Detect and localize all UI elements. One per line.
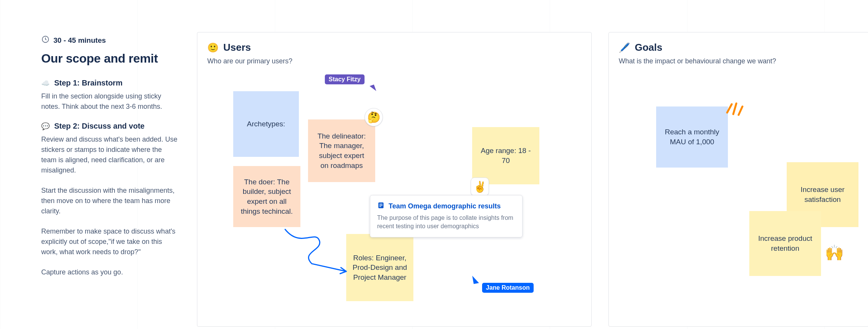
- step-2-body-d: Capture actions as you go.: [41, 267, 179, 277]
- victory-hand-stamp[interactable]: ✌️: [471, 177, 489, 196]
- sticky-delineator[interactable]: The delineator: The manager, subject exp…: [308, 119, 375, 182]
- spark-annotation: [723, 97, 746, 120]
- goals-title: Goals: [635, 42, 662, 53]
- goals-header: 🖊️ Goals What is the impact or behaviour…: [619, 42, 776, 65]
- step-2-heading: 💬 Step 2: Discuss and vote: [41, 122, 179, 131]
- svg-rect-3: [379, 205, 382, 206]
- page-title: Our scope and remit: [41, 52, 179, 66]
- smiley-icon: 🙂: [207, 43, 219, 52]
- clock-icon: [41, 35, 50, 45]
- step-1-heading: ☁️ Step 1: Brainstorm: [41, 79, 179, 87]
- step-1-body: Fill in the section alongside using stic…: [41, 91, 179, 112]
- cursor-label-stacy: Stacy Fitzy: [325, 74, 365, 84]
- sticky-roles[interactable]: Roles: Engineer, Prod-Design and Project…: [346, 234, 413, 301]
- speech-icon: 💬: [41, 122, 50, 131]
- sticky-age[interactable]: Age range: 18 - 70: [472, 127, 539, 184]
- thinking-face-stamp[interactable]: 🤔: [365, 108, 383, 126]
- users-frame[interactable]: 🙂 Users Who are our primary users? Stacy…: [197, 32, 592, 327]
- duration-text: 30 - 45 minutes: [53, 36, 106, 45]
- goals-frame[interactable]: 🖊️ Goals What is the impact or behaviour…: [608, 32, 868, 327]
- page-icon: [377, 202, 385, 211]
- step-2-body-c: Remember to make space to discuss what's…: [41, 226, 179, 257]
- cursor-pointer-icon: [472, 275, 479, 284]
- svg-rect-4: [379, 206, 381, 207]
- instructions-panel: 30 - 45 minutes Our scope and remit ☁️ S…: [41, 35, 179, 287]
- svg-rect-2: [379, 204, 382, 205]
- sticky-archetypes[interactable]: Archetypes:: [233, 91, 299, 157]
- step-1-label: Step 1: Brainstorm: [54, 79, 123, 87]
- sticky-doer[interactable]: The doer: The builder, subject expert on…: [233, 166, 300, 227]
- duration-row: 30 - 45 minutes: [41, 35, 179, 45]
- goals-subtitle: What is the impact or behavioural change…: [619, 57, 776, 65]
- collab-cursor-stacy: Stacy Fitzy: [325, 74, 365, 84]
- sticky-mau[interactable]: Reach a monthly MAU of 1,000: [656, 106, 728, 168]
- step-2-label: Step 2: Discuss and vote: [54, 122, 145, 131]
- users-header: 🙂 Users Who are our primary users?: [207, 42, 292, 65]
- whiteboard-canvas[interactable]: 30 - 45 minutes Our scope and remit ☁️ S…: [0, 0, 868, 329]
- doc-title: Team Omega demographic results: [389, 202, 501, 210]
- cursor-pointer-icon: [369, 84, 376, 92]
- cursor-label-jane: Jane Rotanson: [482, 283, 534, 293]
- cloud-icon: ☁️: [41, 79, 50, 87]
- step-2-body-b: Start the discussion with the misalignme…: [41, 185, 179, 216]
- raised-hands-stamp[interactable]: 🙌: [826, 244, 843, 261]
- users-subtitle: Who are our primary users?: [207, 57, 292, 65]
- doc-embed-card[interactable]: Team Omega demographic results The purpo…: [370, 195, 523, 237]
- step-2-body-a: Review and discuss what's been added. Us…: [41, 134, 179, 176]
- collab-cursor-jane: Jane Rotanson: [482, 283, 534, 293]
- users-title: Users: [223, 42, 251, 53]
- pen-icon: 🖊️: [619, 43, 630, 52]
- sticky-retention[interactable]: Increase product retention: [749, 211, 821, 276]
- doc-description: The purpose of this page is to collate i…: [377, 214, 515, 231]
